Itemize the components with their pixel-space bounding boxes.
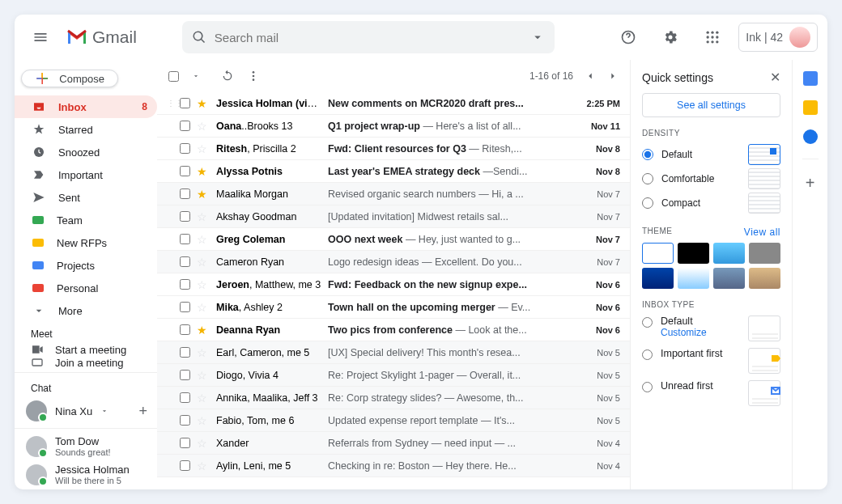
select-checkbox[interactable] [180,324,190,335]
theme-swatch[interactable] [642,243,674,264]
sidebar-item-important[interactable]: Important [15,163,157,186]
account-chip[interactable]: Ink | 42 [738,23,818,52]
star-icon[interactable]: ☆ [197,278,210,291]
message-row[interactable]: ☆Diogo, Vivia 4Re: Project Skylight 1-pa… [157,364,630,387]
inbox-type-option[interactable]: Important first [642,348,780,374]
star-icon[interactable]: ★ [197,97,210,110]
close-icon[interactable]: ✕ [770,70,780,85]
theme-swatch[interactable] [678,243,709,264]
customize-link[interactable]: Customize [661,327,707,338]
select-checkbox[interactable] [180,438,190,448]
apps-grid-icon[interactable] [696,21,729,53]
chevron-down-icon[interactable] [192,72,200,80]
message-row[interactable]: ☆Aylin, Leni, me 5Checking in re: Boston… [157,455,630,477]
select-checkbox[interactable] [180,121,190,131]
message-row[interactable]: ☆Ritesh, Priscilla 2Fwd: Client resource… [157,138,630,160]
star-icon[interactable]: ☆ [197,437,210,450]
radio[interactable] [642,173,653,184]
search-input[interactable] [215,31,530,44]
select-checkbox[interactable] [180,279,190,290]
theme-swatch[interactable] [713,243,745,264]
main-menu-icon[interactable] [24,21,57,53]
select-checkbox[interactable] [180,188,190,199]
message-row[interactable]: ★Deanna RyanTwo pics from conference — L… [157,319,630,341]
sidebar-item-snoozed[interactable]: Snoozed [15,141,157,163]
star-icon[interactable]: ☆ [197,256,210,269]
message-row[interactable]: ☆Earl, Cameron, me 5[UX] Special deliver… [157,341,630,364]
sidebar-item-sent[interactable]: Sent [15,186,157,209]
theme-swatch[interactable] [713,268,745,289]
sidebar-item-new-rfps[interactable]: New RFPs [15,231,157,254]
select-checkbox[interactable] [180,98,190,108]
star-icon[interactable]: ☆ [197,301,210,314]
theme-swatch[interactable] [642,268,674,289]
select-checkbox[interactable] [180,370,190,380]
start-meeting[interactable]: Start a meeting [15,343,157,356]
sidebar-item-projects[interactable]: Projects [15,254,157,277]
chat-self[interactable]: Nina Xu + [15,397,157,425]
select-checkbox[interactable] [180,392,190,403]
select-checkbox[interactable] [180,460,190,471]
star-icon[interactable]: ☆ [197,120,210,133]
more-vert-icon[interactable] [247,70,260,83]
message-row[interactable]: ☆Mika, Ashley 2Town hall on the upcoming… [157,296,630,319]
message-row[interactable]: ☆Cameron RyanLogo redesign ideas — Excel… [157,251,630,273]
message-row[interactable]: ☆Greg ColemanOOO next week — Hey, just w… [157,228,630,251]
star-icon[interactable]: ★ [197,165,210,178]
message-row[interactable]: ☆Fabio, Tom, me 6Updated expense report … [157,409,630,432]
join-meeting[interactable]: Join a meeting [15,356,157,369]
select-checkbox[interactable] [180,234,190,244]
search-bar[interactable] [182,21,555,53]
radio[interactable] [642,317,653,328]
chevron-right-icon[interactable] [607,70,619,82]
select-checkbox[interactable] [180,347,190,358]
chat-row[interactable]: Tom DowSounds great! [15,432,157,460]
select-checkbox[interactable] [180,211,190,222]
chevron-down-icon[interactable] [100,407,108,415]
theme-swatch[interactable] [678,268,709,289]
star-icon[interactable]: ☆ [197,460,210,472]
sidebar-item-starred[interactable]: Starred [15,118,157,141]
gmail-logo[interactable]: Gmail [66,28,137,47]
density-option-default[interactable]: Default [642,142,780,167]
add-addon-icon[interactable]: + [806,174,815,193]
tasks-addon-icon[interactable] [803,129,818,144]
drag-handle-icon[interactable]: ⋮⋮ [167,99,173,108]
star-icon[interactable]: ☆ [197,210,210,223]
theme-swatch[interactable] [749,268,780,289]
star-icon[interactable]: ☆ [197,346,210,359]
calendar-addon-icon[interactable] [803,71,818,86]
sidebar-item-inbox[interactable]: Inbox8 [15,95,157,118]
sidebar-item-more[interactable]: More [15,299,157,322]
density-option-compact[interactable]: Compact [642,191,780,215]
density-option-comfortable[interactable]: Comfortable [642,167,780,191]
star-icon[interactable]: ★ [197,188,210,201]
star-icon[interactable]: ★ [197,324,210,337]
message-row[interactable]: ☆Annika, Maalika, Jeff 3Re: Corp strateg… [157,387,630,409]
chat-row[interactable]: Jessica HolmanWill be there in 5 [15,460,157,489]
inbox-type-option[interactable]: Unread first [642,380,780,406]
select-checkbox[interactable] [180,166,190,176]
star-icon[interactable]: ☆ [197,414,210,427]
settings-gear-icon[interactable] [654,21,687,53]
chevron-left-icon[interactable] [585,70,596,82]
chat-row[interactable]: Katherine Leaver [15,489,157,489]
compose-button[interactable]: Compose [21,70,118,87]
star-icon[interactable]: ☆ [197,233,210,246]
message-row[interactable]: ☆Oana..Brooks 13Q1 project wrap-up — Her… [157,115,630,138]
help-icon[interactable] [612,21,644,53]
message-row[interactable]: ★Maalika MorganRevised organic search nu… [157,183,630,205]
message-row[interactable]: ☆XanderReferrals from Sydney — need inpu… [157,432,630,455]
select-checkbox[interactable] [180,415,190,426]
refresh-icon[interactable] [221,70,234,83]
star-icon[interactable]: ☆ [197,392,210,404]
radio[interactable] [642,149,653,160]
star-icon[interactable]: ☆ [197,142,210,155]
select-checkbox[interactable] [180,256,190,267]
message-row[interactable]: ☆Akshay Goodman[Updated invitation] Midw… [157,205,630,228]
theme-view-all[interactable]: View all [744,227,780,238]
theme-swatch[interactable] [749,243,780,264]
select-checkbox[interactable] [180,143,190,154]
sidebar-item-personal[interactable]: Personal [15,277,157,299]
sidebar-item-team[interactable]: Team [15,209,157,231]
